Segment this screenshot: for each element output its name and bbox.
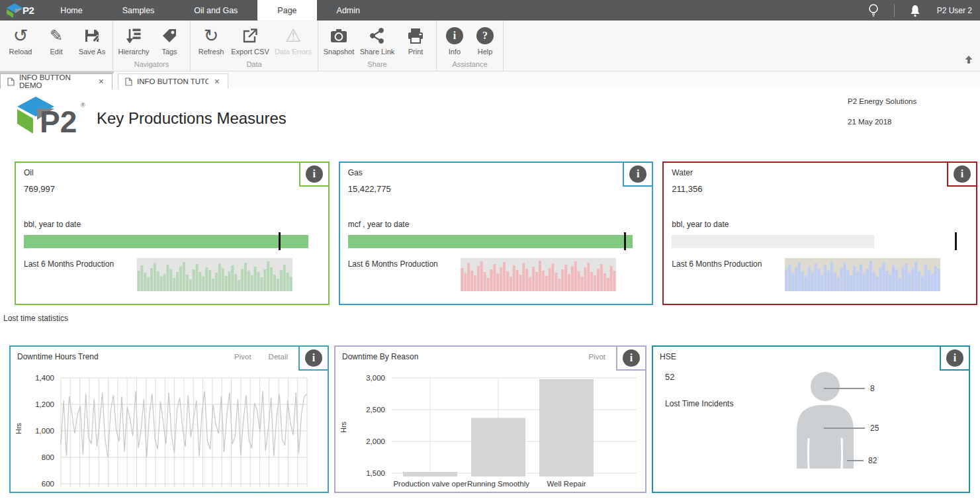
page-title: Key Productions Measures xyxy=(97,109,287,128)
save-floppy-icon xyxy=(83,25,101,46)
refresh-icon: ↻ xyxy=(204,25,219,46)
svg-text:1,400: 1,400 xyxy=(35,374,54,382)
gas-sparkline-chart xyxy=(461,258,616,291)
section-label: Lost time statistics xyxy=(3,314,980,323)
bullet-target-marker xyxy=(955,232,957,250)
notifications-bell-icon[interactable] xyxy=(900,0,930,21)
p2-brand-text: P2 xyxy=(22,5,34,16)
svg-text:Running Smoothly: Running Smoothly xyxy=(467,480,529,488)
lightbulb-icon[interactable] xyxy=(858,0,889,21)
help-button[interactable]: ? Help xyxy=(470,21,500,60)
hse-card: i HSE 52 Lost Time Incidents 82582 xyxy=(652,345,970,493)
nav-item-oil-and-gas[interactable]: Oil and Gas xyxy=(174,0,257,21)
downtime-reason-bar-chart: 1,5002,0002,5003,000HrsProduction valve … xyxy=(335,361,645,491)
ribbon-toolbar: ↺ Reload ✎ Edit Save As xyxy=(0,21,980,71)
spark-label: Last 6 Months Production xyxy=(672,258,785,291)
info-icon: i xyxy=(306,165,323,183)
kpi-title: Oil xyxy=(24,168,320,177)
hse-person-infographic: 82582 xyxy=(792,345,971,469)
warning-triangle-icon: ⚠ xyxy=(285,25,301,46)
ribbon-group-assistance: i Info ? Help Assistance xyxy=(437,21,504,71)
water-kpi-card: i Water 211,356 bbl, year to date Last 6… xyxy=(662,161,977,305)
nav-item-samples[interactable]: Samples xyxy=(103,0,175,21)
water-info-button[interactable]: i xyxy=(947,161,977,187)
hierarchy-icon xyxy=(125,25,142,46)
tab-info-button-tutorial[interactable]: INFO BUTTON TUTORIAL × xyxy=(118,73,228,89)
bullet-target-marker xyxy=(279,232,281,250)
snapshot-button[interactable]: Snapshot xyxy=(321,21,357,60)
svg-text:1,200: 1,200 xyxy=(35,400,54,408)
svg-text:Hrs: Hrs xyxy=(15,422,22,434)
current-user-label[interactable]: P2 User 2 xyxy=(937,6,972,15)
oil-bullet-bar xyxy=(24,235,308,248)
p2-logo: P2 xyxy=(0,0,40,21)
gas-bullet-bar xyxy=(348,235,633,248)
nav-separator xyxy=(894,4,895,17)
tags-button[interactable]: Tags xyxy=(152,21,187,60)
pivot-link[interactable]: Pivot xyxy=(234,353,251,361)
save-as-button[interactable]: Save As xyxy=(74,21,110,60)
document-icon xyxy=(7,77,15,86)
reload-button[interactable]: ↺ Reload xyxy=(3,21,38,60)
bullet-fill xyxy=(672,235,873,248)
svg-text:2,000: 2,000 xyxy=(366,437,385,445)
company-label: P2 Energy Solutions xyxy=(848,97,916,105)
svg-text:800: 800 xyxy=(42,453,54,461)
kpi-value: 211,356 xyxy=(672,184,968,194)
person-head xyxy=(811,372,840,401)
info-icon: i xyxy=(446,25,463,46)
refresh-button[interactable]: ↻ Refresh xyxy=(193,21,229,60)
oil-sparkline-chart xyxy=(137,258,292,291)
nav-item-home[interactable]: Home xyxy=(40,0,102,21)
print-button[interactable]: Print xyxy=(398,21,433,60)
tabstrip-scrollbar[interactable] xyxy=(0,71,114,73)
downtime-hours-trend-card: i Downtime Hours Trend Pivot Detail 6008… xyxy=(9,345,329,493)
p2-page-logo: P2 ® xyxy=(13,95,87,138)
collapse-ribbon-icon[interactable] xyxy=(964,55,973,67)
kpi-value: 769,997 xyxy=(24,184,320,194)
hierarchy-button[interactable]: Hierarchy xyxy=(116,21,152,60)
bullet-fill xyxy=(348,235,633,248)
info-icon: i xyxy=(629,165,646,183)
chart-card-row: i Downtime Hours Trend Pivot Detail 6008… xyxy=(0,345,980,493)
document-icon xyxy=(125,77,132,86)
downtime-by-reason-card: i Downtime By Reason Pivot 1,5002,0002,5… xyxy=(334,345,646,493)
svg-text:3,000: 3,000 xyxy=(366,374,385,382)
svg-text:2,500: 2,500 xyxy=(366,406,385,414)
pivot-link[interactable]: Pivot xyxy=(588,353,605,361)
gas-info-button[interactable]: i xyxy=(623,161,653,187)
svg-text:1,000: 1,000 xyxy=(35,427,54,435)
share-link-button[interactable]: Share Link xyxy=(357,21,398,60)
edit-button[interactable]: ✎ Edit xyxy=(38,21,74,60)
downtime-trend-line-chart: 6008001,0001,2001,400Hrs xyxy=(11,361,328,491)
water-bullet-bar xyxy=(672,235,956,248)
svg-text:Well Repair: Well Repair xyxy=(547,480,586,488)
bullet-target-marker xyxy=(624,232,626,250)
gas-kpi-card: i Gas 15,422,775 mcf , year to date Last… xyxy=(339,161,654,305)
export-csv-button[interactable]: Export CSV xyxy=(229,21,271,60)
ribbon-group-data: ↻ Refresh Export CSV ⚠ Data Errors Data xyxy=(191,21,318,71)
detail-link[interactable]: Detail xyxy=(269,353,288,361)
document-tabstrip: INFO BUTTON DEMO × INFO BUTTON TUTORIAL … xyxy=(0,71,980,89)
ribbon-group-file: ↺ Reload ✎ Edit Save As xyxy=(0,21,113,71)
tab-info-button-demo[interactable]: INFO BUTTON DEMO × xyxy=(0,73,112,89)
svg-text:®: ® xyxy=(81,102,85,109)
page-header: P2 ® Key Productions Measures P2 Energy … xyxy=(0,89,980,161)
svg-text:8: 8 xyxy=(870,384,875,393)
water-sparkline-chart xyxy=(785,258,940,291)
close-tab-icon[interactable]: × xyxy=(213,77,221,85)
bullet-fill xyxy=(24,235,308,248)
printer-icon xyxy=(407,25,424,46)
svg-text:P2: P2 xyxy=(40,105,77,138)
oil-info-button[interactable]: i xyxy=(299,161,330,187)
kpi-unit: mcf , year to date xyxy=(348,220,645,229)
kpi-title: Gas xyxy=(348,168,645,177)
nav-item-admin[interactable]: Admin xyxy=(317,0,380,21)
info-button[interactable]: i Info xyxy=(439,21,470,60)
svg-text:1,500: 1,500 xyxy=(366,469,385,477)
close-tab-icon[interactable]: × xyxy=(97,77,105,85)
ribbon-group-share: Snapshot Share Link xyxy=(318,21,437,71)
info-icon: i xyxy=(954,165,971,183)
nav-item-page[interactable]: Page xyxy=(257,0,316,21)
tag-icon xyxy=(161,25,178,46)
